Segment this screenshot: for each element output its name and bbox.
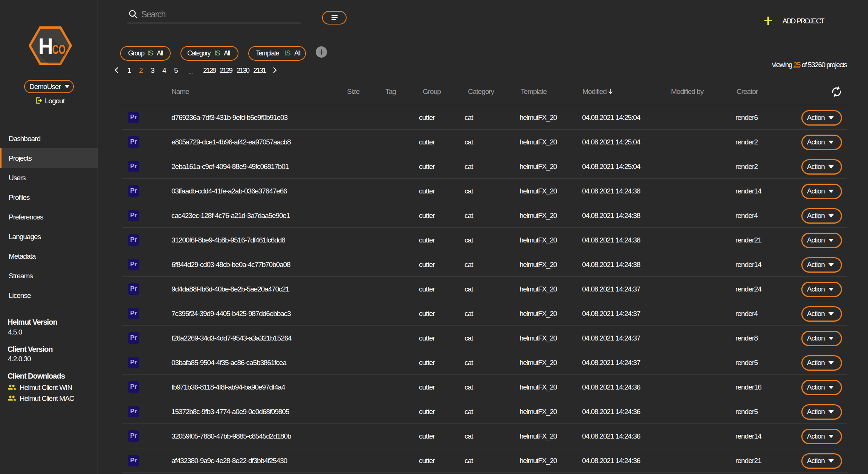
svg-text:CO: CO [52,42,66,57]
svg-text:H: H [38,34,53,59]
